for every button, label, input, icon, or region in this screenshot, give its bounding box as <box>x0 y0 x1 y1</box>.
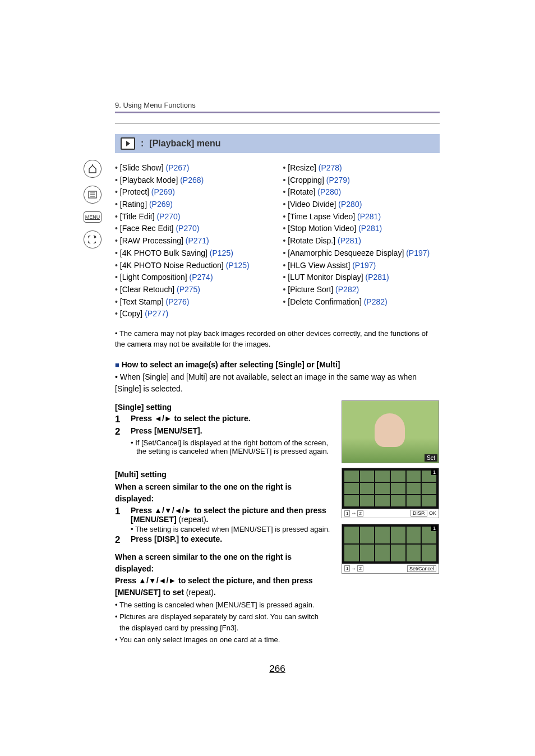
set-label: Set <box>425 454 437 462</box>
menu-item[interactable]: • [Copy] (P277) <box>115 308 272 320</box>
menu-item[interactable]: • [Face Rec Edit] (P270) <box>115 223 272 235</box>
menu-item[interactable]: • [HLG View Assist] (P197) <box>283 260 440 272</box>
step-text: Press [DISP.] to execute. <box>131 534 222 543</box>
single-preview: Set <box>342 400 439 463</box>
title-text: [Playback] menu <box>149 139 220 149</box>
menu-item[interactable]: • [Cropping] (P279) <box>283 174 440 187</box>
menu-item[interactable]: • [Light Composition] (P274) <box>115 271 272 284</box>
disp-label: DISP. <box>411 510 427 517</box>
multi-preview-grid: 1 1↔2 DISP. OK <box>342 468 439 518</box>
menu-item[interactable]: • [Stop Motion Video] (P281) <box>283 223 440 235</box>
bullet: • Pictures are displayed separately by c… <box>115 611 330 633</box>
step-text: . <box>206 515 209 524</box>
list-icon[interactable] <box>84 186 102 204</box>
menu-item[interactable]: • [Delete Confirmation] (P282) <box>283 296 440 308</box>
menu-item[interactable]: • [Resize] (P278) <box>283 162 440 174</box>
howto-heading: ■ How to select an image(s) after select… <box>115 360 440 369</box>
menu-item[interactable]: • [RAW Processing] (P271) <box>115 235 272 247</box>
step-text: Press [MENU/SET]. <box>131 426 202 435</box>
menu-item[interactable]: • [Playback Mode] (P268) <box>115 174 272 187</box>
divider <box>115 123 440 124</box>
square-icon: ■ <box>115 361 119 369</box>
multi-intro: When a screen similar to the one on the … <box>115 482 292 503</box>
note: • The camera may not play back images re… <box>115 328 440 350</box>
step-text: Press ▲/▼/◄/► to select the picture and … <box>131 506 326 524</box>
bullet: • The setting is canceled when [MENU/SET… <box>115 600 330 611</box>
multi-heading: [Multi] setting <box>115 470 330 479</box>
menu-item[interactable]: • [4K PHOTO Noise Reduction] (P125) <box>115 260 272 272</box>
menu-item[interactable]: • [Slide Show] (P267) <box>115 162 272 174</box>
menu-item[interactable]: • [Title Edit] (P270) <box>115 211 272 223</box>
setcancel-label: Set/Cancel <box>407 565 436 572</box>
title-sep: : <box>141 139 144 149</box>
menu-item[interactable]: • [Protect] (P269) <box>115 186 272 199</box>
menu-item[interactable]: • [Clear Retouch] (P275) <box>115 284 272 296</box>
substep: • The setting is canceled when [MENU/SET… <box>131 525 330 533</box>
menu-item[interactable]: • [Rotate Disp.] (P281) <box>283 235 440 247</box>
playback-icon <box>121 137 135 150</box>
multi-preview-grid2: 1 1↔2 Set/Cancel <box>342 524 439 574</box>
step-number: 1 <box>115 506 124 524</box>
step-number: 1 <box>115 414 124 425</box>
home-icon[interactable] <box>84 160 102 178</box>
corner-badge: 1 <box>431 469 437 475</box>
menu-button[interactable]: MENU <box>84 211 102 223</box>
menu-item[interactable]: • [Text Stamp] (P276) <box>115 296 272 308</box>
press-text: (repeat) <box>186 588 214 597</box>
press-text: . <box>214 588 216 597</box>
step-number: 2 <box>115 534 124 546</box>
menu-item[interactable]: • [Rotate] (P280) <box>283 186 440 199</box>
breadcrumb: 9. Using Menu Functions <box>115 101 440 109</box>
howto-body: • When [Single] and [Multi] are not avai… <box>115 371 440 395</box>
slot-indicator: 1↔2 <box>344 565 363 572</box>
menu-col1: • [Slide Show] (P267)• [Playback Mode] (… <box>115 162 272 320</box>
slot-indicator: 1↔2 <box>344 510 363 517</box>
step-text: Press ◄/► to select the picture. <box>131 414 251 423</box>
page-number: 266 <box>115 663 440 675</box>
section-title: : [Playback] menu <box>115 134 440 153</box>
menu-item[interactable]: • [4K PHOTO Bulk Saving] (P125) <box>115 247 272 260</box>
menu-item[interactable]: • [Video Divide] (P280) <box>283 199 440 211</box>
menu-item[interactable]: • [LUT Monitor Display] (P281) <box>283 271 440 284</box>
ok-label: OK <box>429 510 436 516</box>
substep: • If [Set/Cancel] is displayed at the ri… <box>131 439 330 455</box>
single-heading: [Single] setting <box>115 403 330 412</box>
corner-badge: 1 <box>431 525 437 531</box>
menu-item[interactable]: • [Picture Sort] (P282) <box>283 284 440 296</box>
menu-item[interactable]: • [Time Lapse Video] (P281) <box>283 211 440 223</box>
step-text: (repeat) <box>179 515 206 524</box>
divider <box>115 112 440 113</box>
multi-intro2: When a screen similar to the one on the … <box>115 552 292 573</box>
bullet: • You can only select images on one card… <box>115 634 330 646</box>
back-icon[interactable] <box>84 231 102 248</box>
menu-item[interactable]: • [Rating] (P269) <box>115 199 272 211</box>
step-number: 2 <box>115 426 124 437</box>
menu-item[interactable]: • [Anamorphic Desqueeze Display] (P197) <box>283 247 440 260</box>
menu-col2: • [Resize] (P278)• [Cropping] (P279)• [R… <box>283 162 440 320</box>
